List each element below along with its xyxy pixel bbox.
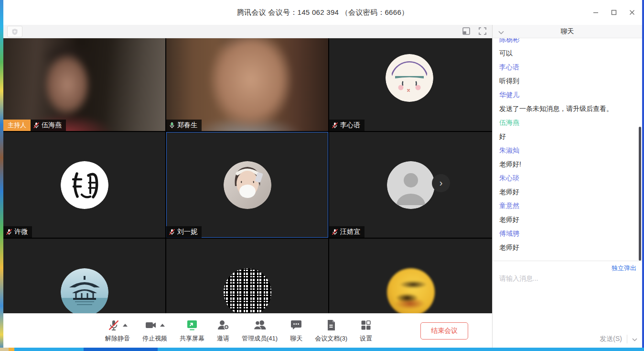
chat-input-area: 独立弹出 发送(S) (493, 261, 642, 348)
message-text: 好 (499, 132, 642, 141)
sender-name: 李心语 (499, 63, 642, 72)
video-feed (166, 38, 328, 131)
mic-muted-icon (6, 229, 12, 235)
mic-muted-icon (332, 122, 338, 129)
title-bar: 腾讯会议 会议号：145 062 394 （会议密码：6666） (3, 0, 642, 25)
video-tile-pavilion[interactable] (3, 239, 165, 313)
mic-muted-icon (332, 229, 338, 235)
message-text: 老师好 (499, 187, 642, 197)
participant-name: 汪婧宜 (340, 228, 360, 236)
camera-icon (145, 319, 157, 331)
document-icon (325, 319, 337, 331)
chat-button[interactable]: 聊天 (284, 318, 309, 343)
desktop-taskbar-strip (0, 348, 644, 351)
toolbar-label: 设置 (360, 334, 372, 343)
members-icon (253, 319, 267, 331)
video-tile-emoji[interactable] (329, 239, 492, 313)
popout-chat-link[interactable]: 独立弹出 (612, 264, 636, 273)
mic-options-caret[interactable] (123, 324, 128, 327)
participant-name: 伍海燕 (42, 121, 62, 130)
video-header-bar (3, 25, 492, 38)
desktop-edge-left (0, 0, 3, 351)
message-text: 听得到 (499, 77, 642, 86)
chevron-right-icon: › (440, 178, 443, 187)
qr-code-avatar (224, 268, 271, 313)
sender-name: 朱淑灿 (499, 146, 642, 155)
toolbar-label: 停止视频 (142, 334, 167, 343)
meeting-security-button[interactable] (7, 26, 22, 37)
chat-panel: 聊天 陈杨彬 可以 李心语 听得到 华健儿 发送了一条未知消息，请升级后查看。 … (492, 25, 642, 348)
shield-plus-icon (11, 28, 18, 35)
toolbar-label: 邀请 (217, 334, 229, 343)
sender-name: 朱心琰 (499, 174, 642, 183)
chat-header: 聊天 (493, 25, 642, 38)
fullscreen-button[interactable] (478, 26, 487, 36)
toolbar-label: 共享屏幕 (180, 334, 204, 343)
chat-message-list[interactable]: 陈杨彬 可以 李心语 听得到 华健儿 发送了一条未知消息，请升级后查看。 伍海燕… (493, 38, 642, 261)
settings-icon (360, 319, 372, 331)
sender-name: 伍海燕 (499, 118, 642, 127)
mic-muted-icon (169, 229, 175, 235)
sender-name: 童意然 (499, 201, 642, 210)
cartoon-avatar (386, 54, 433, 102)
unmute-button[interactable]: 解除静音 (99, 318, 136, 343)
participant-name: 李心语 (340, 121, 360, 130)
layout-view-icon (462, 26, 471, 36)
close-button[interactable] (625, 5, 639, 20)
next-page-button[interactable]: › (432, 174, 450, 192)
video-tile-wuhaiyan[interactable]: 主持人 伍海燕 (3, 38, 165, 131)
video-tile-xuwei[interactable]: 许微 (3, 132, 165, 238)
video-tile-liuyini-selected[interactable]: 刘一妮 (166, 132, 328, 238)
fullscreen-icon (478, 26, 487, 36)
message-text: 发送了一条未知消息，请升级后查看。 (499, 104, 642, 113)
default-avatar (387, 161, 435, 209)
chevron-down-icon (498, 31, 504, 34)
maximize-button[interactable] (607, 5, 621, 20)
camera-options-caret[interactable] (160, 324, 165, 327)
manage-members-button[interactable]: 管理成员(41) (236, 318, 284, 343)
video-grid: 主持人 伍海燕 (3, 38, 492, 313)
meeting-window: 腾讯会议 会议号：145 062 394 （会议密码：6666） (3, 0, 642, 348)
chat-title: 聊天 (561, 27, 574, 36)
invite-icon (217, 319, 229, 331)
end-meeting-button[interactable]: 结束会议 (420, 322, 468, 340)
video-tile-qr[interactable] (166, 239, 328, 313)
window-controls (589, 0, 639, 25)
video-feed (3, 38, 165, 131)
layout-view-button[interactable] (462, 26, 471, 36)
stop-video-button[interactable]: 停止视频 (136, 318, 173, 343)
chat-bubble-icon (290, 319, 302, 331)
message-text: 老师好 (499, 215, 642, 224)
pavilion-avatar (61, 268, 108, 313)
invite-button[interactable]: 邀请 (211, 318, 236, 343)
desktop-edge-right (642, 0, 644, 351)
video-tile-wangjingyi[interactable]: › 汪婧宜 (329, 132, 492, 238)
settings-button[interactable]: 设置 (354, 318, 378, 343)
meeting-docs-button[interactable]: 会议文档(3) (309, 318, 354, 343)
divider (627, 335, 627, 343)
emoji-avatar (387, 268, 435, 313)
participant-name: 刘一妮 (177, 228, 197, 236)
video-area: 主持人 伍海燕 (3, 25, 492, 348)
video-tile-zhengchunsheng[interactable]: 郑春生 (166, 38, 328, 131)
toolbar-label: 聊天 (290, 334, 302, 343)
send-button[interactable]: 发送(S) (600, 335, 622, 343)
collapse-chat-button[interactable] (498, 28, 504, 36)
sender-name: 华健儿 (499, 90, 642, 99)
mic-muted-icon (33, 122, 40, 129)
minimize-button[interactable] (589, 5, 603, 20)
share-screen-icon (186, 319, 198, 331)
message-text: 可以 (499, 49, 642, 58)
participant-name: 郑春生 (177, 121, 197, 130)
send-options-button[interactable] (632, 335, 637, 343)
toolbar-label: 会议文档(3) (315, 334, 347, 343)
video-tile-lixinyu[interactable]: 李心语 (329, 38, 492, 131)
participant-name: 许微 (14, 228, 28, 236)
sender-name: 陈杨彬 (499, 38, 642, 44)
chat-message-input[interactable] (499, 274, 635, 318)
mic-active-icon (169, 122, 175, 129)
share-screen-button[interactable]: 共享屏幕 (173, 318, 211, 343)
chat-message: 陈杨彬 (499, 38, 642, 44)
meeting-toolbar: 解除静音 停止视频 (3, 313, 492, 348)
chat-scrollbar[interactable] (639, 127, 641, 261)
